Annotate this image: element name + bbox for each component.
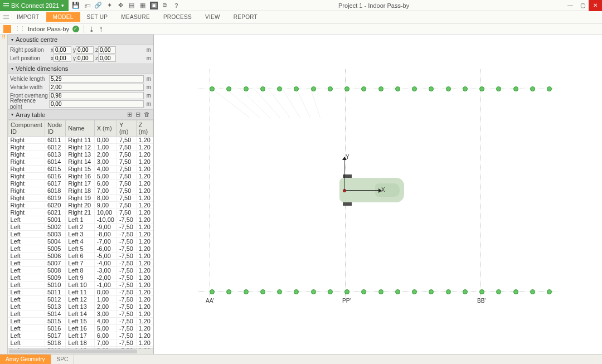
table-row[interactable]: Left5004Left 4-7,00-7,501,20 [8, 238, 153, 245]
table-row[interactable]: Right6020Right 209,007,501,20 [8, 202, 153, 209]
table-cell[interactable]: 5008 [45, 267, 65, 274]
table-cell[interactable]: 2,00 [94, 303, 116, 310]
column-header[interactable]: Node ID [45, 120, 65, 137]
table-cell[interactable]: 1,20 [136, 151, 153, 158]
table-cell[interactable]: -7,50 [116, 289, 136, 296]
table-cell[interactable]: -9,00 [94, 224, 116, 231]
table-cell[interactable]: Right [8, 180, 45, 187]
table-cell[interactable]: 10,00 [94, 209, 116, 216]
table-cell[interactable]: 3,00 [94, 310, 116, 318]
table-cell[interactable]: Left 11 [66, 289, 95, 296]
table-cell[interactable]: Left 9 [66, 274, 95, 282]
microphone-icon[interactable] [210, 86, 215, 91]
bottom-tab-array-geometry[interactable]: Array Geometry [0, 355, 51, 364]
table-cell[interactable]: 1,20 [136, 216, 153, 224]
table-cell[interactable]: -7,50 [116, 260, 136, 267]
table-cell[interactable]: 5006 [45, 253, 65, 260]
table-cell[interactable]: 6015 [45, 166, 65, 173]
table-cell[interactable]: Right [8, 195, 45, 202]
table-cell[interactable]: 7,50 [116, 144, 136, 151]
table-cell[interactable]: Left [8, 224, 45, 231]
app-menu-button[interactable]: BK Connect 2021 ▾ [0, 0, 69, 11]
table-cell[interactable]: 2,00 [94, 151, 116, 158]
table-row[interactable]: Right6013Right 132,007,501,20 [8, 151, 153, 158]
table-cell[interactable]: Right 20 [66, 202, 95, 209]
table-cell[interactable]: -2,00 [94, 274, 116, 282]
table-cell[interactable]: Right 19 [66, 195, 95, 202]
section-acoustic-centre-header[interactable]: ▾ Acoustic centre [8, 35, 153, 45]
table-cell[interactable]: Right [8, 137, 45, 144]
layout2-icon[interactable]: ▦ [139, 2, 147, 9]
table-cell[interactable]: Left 12 [66, 296, 95, 303]
table-row[interactable]: Right6012Right 121,007,501,20 [8, 144, 153, 151]
table-cell[interactable]: 5018 [45, 339, 65, 347]
table-cell[interactable]: -7,50 [116, 245, 136, 253]
table-cell[interactable]: 5011 [45, 289, 65, 296]
table-cell[interactable]: 1,20 [136, 180, 153, 187]
table-cell[interactable]: 7,00 [94, 339, 116, 347]
microphone-icon[interactable] [311, 86, 316, 91]
ribbon-tab-report[interactable]: REPORT [227, 12, 264, 22]
microphone-icon[interactable] [513, 289, 518, 294]
ribbon-tab-measure[interactable]: MEASURE [114, 12, 157, 22]
table-cell[interactable]: Right [8, 151, 45, 158]
table-row[interactable]: Right6015Right 154,007,501,20 [8, 166, 153, 173]
table-cell[interactable]: 6019 [45, 195, 65, 202]
table-cell[interactable]: Left 16 [66, 325, 95, 332]
table-row[interactable]: Left5002Left 2-9,00-7,501,20 [8, 224, 153, 231]
table-row[interactable]: Right6017Right 176,007,501,20 [8, 180, 153, 187]
table-row[interactable]: Left5007Left 7-4,00-7,501,20 [8, 260, 153, 267]
table-row[interactable]: Left5016Left 165,00-7,501,20 [8, 325, 153, 332]
column-header[interactable]: Z (m) [136, 120, 153, 137]
microphone-icon[interactable] [344, 289, 349, 294]
microphone-icon[interactable] [378, 86, 383, 91]
table-cell[interactable]: -7,50 [116, 253, 136, 260]
table-cell[interactable]: Right 12 [66, 144, 95, 151]
array-table-scroll[interactable]: Component IDNode IDNameX (m)Y (m)Z (m) R… [8, 120, 153, 348]
table-row[interactable]: Right6016Right 165,007,501,20 [8, 173, 153, 180]
table-cell[interactable]: Left [8, 325, 45, 332]
front-overhang-input[interactable] [49, 92, 144, 99]
table-row[interactable]: Left5018Left 187,00-7,501,20 [8, 339, 153, 347]
table-cell[interactable]: 1,20 [136, 166, 153, 173]
table-cell[interactable]: 1,20 [136, 245, 153, 253]
table-cell[interactable]: 1,20 [136, 318, 153, 325]
table-cell[interactable]: Right 13 [66, 151, 95, 158]
table-cell[interactable]: 6018 [45, 187, 65, 195]
table-cell[interactable]: 1,20 [136, 274, 153, 282]
table-cell[interactable]: Left [8, 282, 45, 289]
table-cell[interactable]: Left 3 [66, 231, 95, 238]
table-cell[interactable]: 7,50 [116, 180, 136, 187]
table-cell[interactable]: -8,00 [94, 231, 116, 238]
table-cell[interactable]: 7,50 [116, 158, 136, 166]
minimize-button[interactable]: — [564, 0, 576, 11]
bottom-tab-spc[interactable]: SPC [51, 355, 75, 364]
table-cell[interactable]: Left 18 [66, 339, 95, 347]
table-cell[interactable]: 7,00 [94, 187, 116, 195]
table-cell[interactable]: 0,00 [94, 137, 116, 144]
right-z-input[interactable] [98, 46, 116, 54]
close-button[interactable]: ✕ [589, 0, 602, 11]
column-header[interactable]: Y (m) [116, 120, 136, 137]
table-cell[interactable]: -7,50 [116, 238, 136, 245]
table-cell[interactable]: Left [8, 274, 45, 282]
microphone-icon[interactable] [412, 289, 417, 294]
left-z-input[interactable] [98, 55, 116, 62]
table-cell[interactable]: 1,20 [136, 310, 153, 318]
table-cell[interactable]: Left 5 [66, 245, 95, 253]
table-cell[interactable]: 5,00 [94, 325, 116, 332]
microphone-icon[interactable] [328, 289, 333, 294]
table-cell[interactable]: 5017 [45, 332, 65, 339]
table-cell[interactable]: Right [8, 209, 45, 216]
table-cell[interactable]: 6012 [45, 144, 65, 151]
right-x-input[interactable] [54, 46, 71, 54]
table-cell[interactable]: 7,50 [116, 173, 136, 180]
table-cell[interactable]: 6,00 [94, 332, 116, 339]
table-cell[interactable]: Left [8, 310, 45, 318]
table-cell[interactable]: -7,50 [116, 231, 136, 238]
table-cell[interactable]: 1,20 [136, 158, 153, 166]
table-row[interactable]: Left5017Left 176,00-7,501,20 [8, 332, 153, 339]
remove-row-icon[interactable]: ⊟ [135, 111, 140, 118]
table-cell[interactable]: 3,00 [94, 158, 116, 166]
microphone-icon[interactable] [446, 86, 451, 91]
